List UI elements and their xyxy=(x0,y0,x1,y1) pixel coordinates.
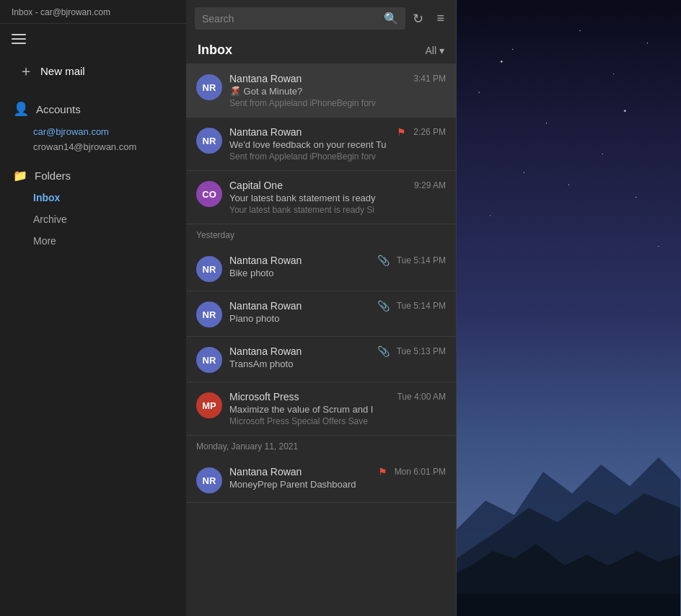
email-sender: Microsoft Press xyxy=(229,391,299,402)
email-subject: Piano photo xyxy=(229,313,446,324)
account-item-primary[interactable]: car@bjrowan.com xyxy=(13,124,173,139)
email-content: Microsoft Press Tue 4:00 AM Maximize the… xyxy=(229,391,446,426)
email-content: Nantana Rowan 📎 Tue 5:14 PM Piano photo xyxy=(229,300,446,325)
avatar-initials: NR xyxy=(203,309,216,320)
folders-header[interactable]: 📁 Folders xyxy=(13,169,173,182)
attachment-icon: 📎 xyxy=(377,255,390,266)
email-sender: Nantana Rowan xyxy=(229,73,302,84)
avatar: NR xyxy=(196,347,222,373)
email-item[interactable]: NR Nantana Rowan 📎 Tue 5:13 PM TransAm p… xyxy=(186,337,456,382)
accounts-header[interactable]: 👤 Accounts xyxy=(13,101,173,117)
search-wrapper[interactable]: 🔍 xyxy=(195,7,405,30)
account-email-primary: car@bjrowan.com xyxy=(33,126,109,137)
avatar-initials: NR xyxy=(203,355,216,366)
inbox-title: Inbox xyxy=(198,43,232,58)
accounts-section: 👤 Accounts car@bjrowan.com crowan14@bjro… xyxy=(0,92,186,159)
email-time: 9:29 AM xyxy=(414,180,446,190)
email-preview: Microsoft Press Special Offers Save xyxy=(229,416,446,426)
email-time: Tue 4:00 AM xyxy=(397,392,446,402)
avatar-initials: NR xyxy=(203,136,216,146)
email-preview: Your latest bank statement is ready Si xyxy=(229,205,446,215)
email-sender: Nantana Rowan xyxy=(229,126,302,138)
email-sender: Nantana Rowan xyxy=(229,255,302,266)
title-text: Inbox - car@bjrowan.com xyxy=(12,7,110,17)
email-item[interactable]: NR Nantana Rowan ⚑ 2:26 PM We'd love fee… xyxy=(186,118,456,171)
folder-item-archive[interactable]: Archive xyxy=(13,208,173,230)
folder-name-archive: Archive xyxy=(33,214,67,225)
search-input[interactable] xyxy=(202,13,378,25)
date-separator-monday: Monday, January 11, 2021 xyxy=(186,436,456,457)
new-mail-button[interactable]: ＋ New mail xyxy=(6,50,180,92)
hamburger-icon xyxy=(12,34,26,44)
hamburger-menu[interactable] xyxy=(0,24,186,50)
email-time: 3:41 PM xyxy=(413,74,446,84)
email-time: Tue 5:14 PM xyxy=(397,301,446,311)
email-content: Capital One 9:29 AM Your latest bank sta… xyxy=(229,180,446,215)
sidebar: Inbox - car@bjrowan.com ＋ New mail 👤 Acc… xyxy=(0,0,186,616)
folders-label: Folders xyxy=(35,170,71,182)
folder-item-inbox[interactable]: Inbox xyxy=(13,187,173,208)
email-sender: Nantana Rowan xyxy=(229,346,302,357)
folder-icon: 📁 xyxy=(13,169,27,182)
email-time: Tue 5:13 PM xyxy=(397,346,446,356)
email-list: NR Nantana Rowan 3:41 PM 🌋 Got a Minute?… xyxy=(186,64,456,616)
avatar-initials: CO xyxy=(202,189,216,200)
folder-name-inbox: Inbox xyxy=(33,192,60,203)
mountain-silhouette xyxy=(457,400,680,616)
chevron-down-icon: ▾ xyxy=(439,45,444,56)
background-panel xyxy=(457,0,681,616)
inbox-filter-dropdown[interactable]: All ▾ xyxy=(425,45,444,56)
email-subject: MoneyPrep Parent Dashboard xyxy=(229,479,446,490)
email-item[interactable]: NR Nantana Rowan 3:41 PM 🌋 Got a Minute?… xyxy=(186,64,456,118)
avatar: NR xyxy=(196,467,222,493)
folder-item-more[interactable]: More xyxy=(13,230,173,252)
email-list-panel: 🔍 ↻ ≡ Inbox All ▾ NR Nantana Rowan 3:41 … xyxy=(186,0,457,616)
email-content: Nantana Rowan 3:41 PM 🌋 Got a Minute? Se… xyxy=(229,73,446,108)
avatar-initials: NR xyxy=(203,264,216,275)
email-time: 2:26 PM xyxy=(413,127,446,137)
new-mail-label: New mail xyxy=(40,65,85,77)
email-subject: Maximize the value of Scrum and I xyxy=(229,404,446,415)
accounts-label: Accounts xyxy=(36,103,81,115)
email-subject: We'd love feedback on your recent Tu xyxy=(229,139,446,150)
inbox-header: Inbox All ▾ xyxy=(186,37,456,64)
email-content: Nantana Rowan 📎 Tue 5:13 PM TransAm phot… xyxy=(229,346,446,371)
account-item-secondary[interactable]: crowan14@bjrowan.com xyxy=(13,139,173,154)
email-item[interactable]: CO Capital One 9:29 AM Your latest bank … xyxy=(186,171,456,224)
email-time: Tue 5:14 PM xyxy=(397,255,446,265)
search-icon: 🔍 xyxy=(384,12,398,25)
avatar: NR xyxy=(196,128,222,154)
attachment-icon: 📎 xyxy=(377,346,390,357)
email-sender: Nantana Rowan xyxy=(229,466,302,478)
email-content: Nantana Rowan ⚑ Mon 6:01 PM MoneyPrep Pa… xyxy=(229,466,446,491)
email-item[interactable]: NR Nantana Rowan 📎 Tue 5:14 PM Piano pho… xyxy=(186,291,456,337)
avatar-initials: MP xyxy=(202,400,216,411)
email-content: Nantana Rowan 📎 Tue 5:14 PM Bike photo xyxy=(229,255,446,280)
email-time: Mon 6:01 PM xyxy=(395,467,446,477)
window-title: Inbox - car@bjrowan.com xyxy=(0,0,186,24)
email-item[interactable]: NR Nantana Rowan 📎 Tue 5:14 PM Bike phot… xyxy=(186,246,456,291)
email-item[interactable]: NR Nantana Rowan ⚑ Mon 6:01 PM MoneyPrep… xyxy=(186,457,456,503)
email-preview: Sent from Appleland iPhoneBegin forv xyxy=(229,98,446,108)
date-separator-label: Monday, January 11, 2021 xyxy=(196,441,298,452)
attachment-icon: 📎 xyxy=(377,300,390,312)
date-separator-label: Yesterday xyxy=(196,230,234,240)
flag-icon: ⚑ xyxy=(378,466,387,478)
email-sender: Capital One xyxy=(229,180,283,191)
filter-icon[interactable]: ≡ xyxy=(434,8,447,29)
account-email-secondary: crowan14@bjrowan.com xyxy=(33,141,136,152)
avatar-initials: NR xyxy=(203,82,216,93)
avatar: NR xyxy=(196,256,222,282)
folder-name-more: More xyxy=(33,235,56,247)
plus-icon: ＋ xyxy=(19,61,33,81)
refresh-icon[interactable]: ↻ xyxy=(410,8,426,30)
email-subject: 🌋 Got a Minute? xyxy=(229,86,446,97)
folders-section: 📁 Folders Inbox Archive More xyxy=(0,159,186,256)
email-subject: Your latest bank statement is ready xyxy=(229,193,446,203)
search-bar: 🔍 ↻ ≡ xyxy=(186,0,456,37)
avatar: NR xyxy=(196,302,222,327)
person-icon: 👤 xyxy=(13,101,29,117)
svg-rect-3 xyxy=(457,594,680,616)
filter-label: All xyxy=(425,45,436,56)
email-item[interactable]: MP Microsoft Press Tue 4:00 AM Maximize … xyxy=(186,382,456,436)
